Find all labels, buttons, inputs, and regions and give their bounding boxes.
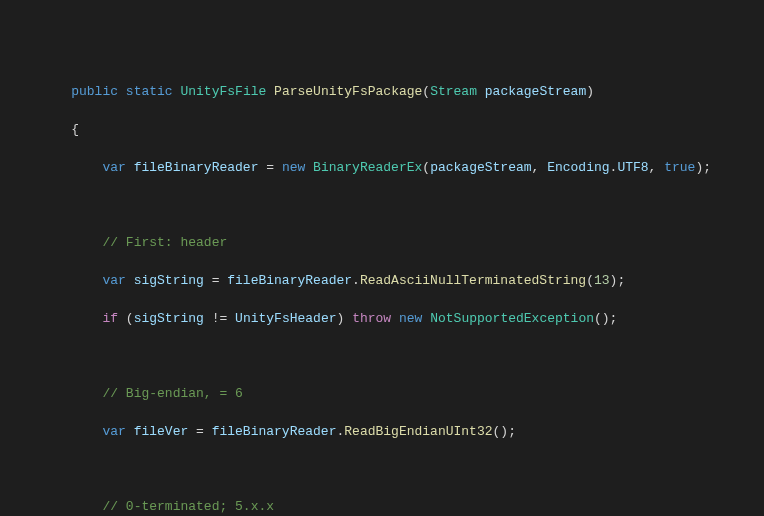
- keyword-if: if: [102, 311, 118, 326]
- number: 13: [594, 273, 610, 288]
- comment: // 0-terminated; 5.x.x: [102, 499, 274, 514]
- call: ReadAsciiNullTerminatedString: [360, 273, 586, 288]
- keyword-new: new: [399, 311, 422, 326]
- code-line[interactable]: public static UnityFsFile ParseUnityFsPa…: [0, 83, 764, 102]
- arg: Encoding: [547, 160, 609, 175]
- code-line[interactable]: var fileBinaryReader = new BinaryReaderE…: [0, 159, 764, 178]
- comment: // Big-endian, = 6: [102, 386, 242, 401]
- code-line[interactable]: // Big-endian, = 6: [0, 385, 764, 404]
- code-line[interactable]: var fileVer = fileBinaryReader.ReadBigEn…: [0, 423, 764, 442]
- eq: =: [188, 424, 211, 439]
- obj: fileBinaryReader: [227, 273, 352, 288]
- keyword-var: var: [102, 424, 125, 439]
- brace-open: {: [71, 122, 79, 137]
- code-line[interactable]: var sigString = fileBinaryReader.ReadAsc…: [0, 272, 764, 291]
- var-name: sigString: [134, 273, 204, 288]
- comma: ,: [532, 160, 548, 175]
- blank-line[interactable]: [0, 196, 764, 215]
- code-line[interactable]: {: [0, 121, 764, 140]
- var-name: fileBinaryReader: [134, 160, 259, 175]
- eq: =: [204, 273, 227, 288]
- code-line[interactable]: if (sigString != UnityFsHeader) throw ne…: [0, 310, 764, 329]
- call: ReadBigEndianUInt32: [344, 424, 492, 439]
- blank-line[interactable]: [0, 460, 764, 479]
- paren: ): [337, 311, 353, 326]
- return-type: UnityFsFile: [180, 84, 266, 99]
- exc-type: NotSupportedException: [430, 311, 594, 326]
- blank-line[interactable]: [0, 347, 764, 366]
- neq: !=: [204, 311, 235, 326]
- paren: );: [610, 273, 626, 288]
- paren: ();: [493, 424, 516, 439]
- code-line[interactable]: // First: header: [0, 234, 764, 253]
- var-ref: sigString: [134, 311, 204, 326]
- eq: =: [258, 160, 281, 175]
- arg: UTF8: [617, 160, 648, 175]
- keyword-static: static: [126, 84, 173, 99]
- paren: ();: [594, 311, 617, 326]
- keyword-new: new: [282, 160, 305, 175]
- keyword-public: public: [71, 84, 118, 99]
- code-line[interactable]: // 0-terminated; 5.x.x: [0, 498, 764, 516]
- paren: );: [695, 160, 711, 175]
- var-name: fileVer: [134, 424, 189, 439]
- paren: (: [422, 84, 430, 99]
- param-type: Stream: [430, 84, 477, 99]
- comma: ,: [649, 160, 665, 175]
- paren: (: [126, 311, 134, 326]
- param-name: packageStream: [485, 84, 586, 99]
- keyword-throw: throw: [352, 311, 391, 326]
- dot: .: [352, 273, 360, 288]
- paren: ): [586, 84, 594, 99]
- method-name: ParseUnityFsPackage: [274, 84, 422, 99]
- keyword-var: var: [102, 273, 125, 288]
- comment: // First: header: [102, 235, 227, 250]
- paren: (: [422, 160, 430, 175]
- keyword-var: var: [102, 160, 125, 175]
- keyword-true: true: [664, 160, 695, 175]
- paren: (: [586, 273, 594, 288]
- arg: packageStream: [430, 160, 531, 175]
- const-ref: UnityFsHeader: [235, 311, 336, 326]
- obj: fileBinaryReader: [212, 424, 337, 439]
- ctor-type: BinaryReaderEx: [313, 160, 422, 175]
